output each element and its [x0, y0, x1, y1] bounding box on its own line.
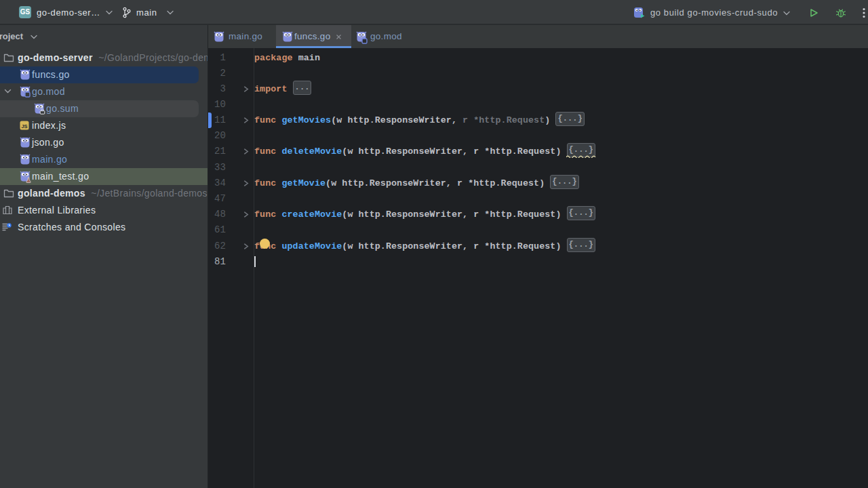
svg-text:JS: JS [21, 123, 27, 129]
